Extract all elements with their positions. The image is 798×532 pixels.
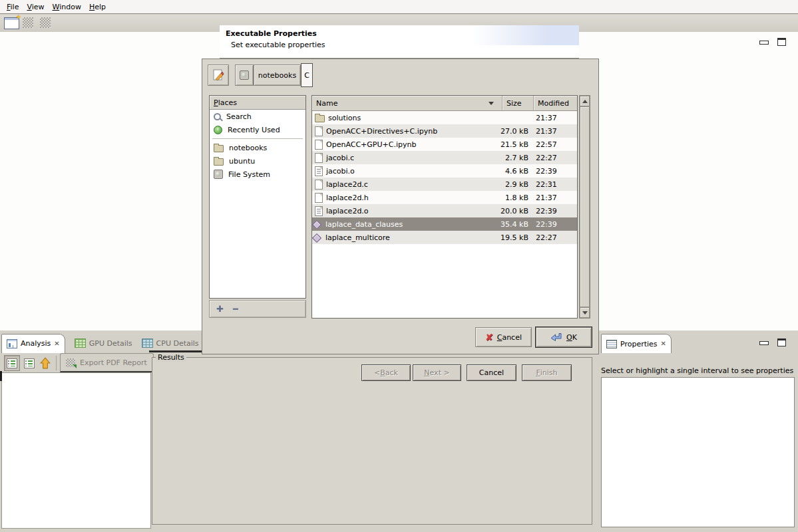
properties-content (601, 377, 795, 527)
places-edit-bar: ✚ ━ (209, 300, 306, 318)
file-icon (315, 153, 323, 163)
file-list-scrollbar[interactable] (579, 95, 590, 319)
type-filename-button[interactable] (208, 65, 229, 86)
wizard-back-button[interactable]: < Back (361, 364, 411, 381)
file-row-OpenACC+Directives+C.ipynb[interactable]: OpenACC+Directives+C.ipynb27.0 kB21:37 (312, 124, 577, 138)
place-search[interactable]: Search (210, 110, 305, 123)
wizard-finish-button[interactable]: Finish (522, 364, 572, 381)
scroll-thumb[interactable] (580, 106, 590, 307)
menu-window[interactable]: Window (49, 0, 85, 14)
file-name: solutions (328, 114, 361, 122)
file-modified: 22:27 (536, 154, 557, 162)
close-icon[interactable]: ✕ (661, 340, 666, 347)
place-file-system[interactable]: File System (210, 168, 305, 181)
search-icon (214, 113, 221, 120)
analysis-list-area[interactable] (1, 372, 151, 529)
path-root-button[interactable] (235, 65, 254, 86)
export-pdf-label: Export PDF Report (80, 358, 147, 367)
panel-edge-artifact (149, 350, 208, 352)
file-icon (315, 126, 323, 136)
file-row-jacobi.o[interactable]: jacobi.o4.6 kB22:39 (312, 164, 577, 178)
remove-place-icon[interactable]: ━ (233, 304, 238, 314)
file-row-laplace_multicore[interactable]: laplace_multicore19.5 kB22:27 (312, 231, 577, 244)
minimize-view-icon[interactable] (759, 41, 769, 45)
file-modified: 21:37 (536, 114, 557, 122)
place-notebooks[interactable]: notebooks (210, 141, 305, 154)
file-name: laplace_data_clauses (325, 220, 403, 229)
pdf-export-icon (66, 358, 75, 367)
export-pdf-panel[interactable]: Export PDF Report (60, 353, 154, 372)
file-size: 19.5 kB (472, 233, 528, 242)
file-size: 2.9 kB (472, 180, 528, 189)
cpu-icon (142, 338, 153, 348)
maximize-view-icon[interactable] (777, 338, 786, 346)
file-name: jacobi.c (326, 154, 354, 162)
pencil-icon (212, 68, 225, 82)
place-label: File System (228, 170, 270, 179)
cancel-label: Cancel (497, 333, 522, 342)
places-header[interactable]: Places (210, 96, 305, 110)
cancel-button[interactable]: ✘ Cancel (475, 327, 532, 347)
places-header-label: Places (214, 98, 237, 107)
gpu-icon (75, 338, 86, 348)
file-name: laplace2d.o (326, 207, 369, 215)
analysis-guided-view-button[interactable] (21, 355, 37, 371)
drive-icon (214, 170, 223, 179)
analysis-up-button[interactable] (37, 355, 53, 371)
column-header-name[interactable]: Name (312, 96, 502, 111)
file-row-laplace_data_clauses[interactable]: laplace_data_clauses35.4 kB22:39 (312, 217, 577, 231)
file-size: 1.8 kB (472, 194, 528, 202)
new-session-icon[interactable] (4, 17, 19, 29)
file-row-jacobi.c[interactable]: jacobi.c2.7 kB22:27 (312, 151, 577, 164)
places-list: SearchRecently UsednotebooksubuntuFile S… (210, 110, 305, 181)
tab-analysis[interactable]: Analysis✕ (1, 334, 65, 353)
menu-help[interactable]: Help (85, 0, 110, 14)
cancel-x-icon: ✘ (485, 332, 493, 342)
file-size: 2.7 kB (472, 154, 528, 162)
minimize-view-icon[interactable] (759, 341, 769, 345)
file-icon (315, 193, 323, 203)
file-modified: 22:39 (536, 207, 557, 215)
place-label: ubuntu (229, 157, 255, 166)
tab-cpu-details[interactable]: CPU Details (142, 338, 199, 348)
tab-gpu-details[interactable]: GPU Details (75, 338, 132, 348)
toolbar-separator (56, 356, 57, 370)
analysis-icon (7, 339, 17, 348)
place-ubuntu[interactable]: ubuntu (210, 154, 305, 168)
wizard-cancel-button[interactable]: Cancel (467, 364, 516, 381)
file-modified: 22:57 (536, 140, 557, 149)
wizard-next-button[interactable]: Next > (413, 364, 461, 381)
file-row-laplace2d.c[interactable]: laplace2d.c2.9 kB22:31 (312, 178, 577, 191)
file-row-solutions[interactable]: solutions21:37 (312, 111, 577, 124)
path-notebooks-button[interactable]: notebooks (254, 65, 301, 86)
file-row-laplace2d.o[interactable]: laplace2d.o20.0 kB22:39 (312, 204, 577, 217)
exec-icon (312, 233, 321, 243)
up-arrow-icon (39, 357, 51, 369)
tab-properties[interactable]: Properties ✕ (601, 334, 672, 353)
scroll-down-icon[interactable] (580, 307, 590, 318)
column-header-modified[interactable]: Modified (534, 96, 577, 111)
scroll-up-icon[interactable] (580, 96, 590, 106)
wizard-button-bar: < BackNext >CancelFinish (361, 364, 572, 381)
results-group (152, 357, 592, 525)
file-row-OpenACC+GPU+C.ipynb[interactable]: OpenACC+GPU+C.ipynb21.5 kB22:57 (312, 138, 577, 151)
folder-icon (214, 145, 224, 152)
analysis-results-view-button[interactable] (4, 355, 20, 371)
menu-file[interactable]: File (3, 0, 23, 14)
profiler-window: FileViewWindowHelp Analysis✕GPU DetailsC… (0, 0, 798, 532)
close-icon[interactable]: ✕ (54, 340, 59, 347)
place-recently-used[interactable]: Recently Used (210, 123, 305, 136)
path-current-folder-button[interactable]: C (301, 63, 313, 87)
menu-bar: FileViewWindowHelp (0, 0, 798, 14)
menu-view[interactable]: View (23, 0, 48, 14)
file-modified: 22:27 (536, 233, 557, 242)
add-place-icon[interactable]: ✚ (216, 304, 224, 314)
column-header-size[interactable]: Size (502, 96, 534, 111)
ok-button[interactable]: OK (536, 327, 592, 347)
file-row-laplace2d.h[interactable]: laplace2d.h1.8 kB21:37 (312, 191, 577, 204)
places-panel: Places SearchRecently Usednotebooksubunt… (209, 95, 306, 299)
properties-icon (606, 340, 617, 348)
properties-message: Select or highlight a single interval to… (601, 366, 793, 375)
file-size: 20.0 kB (472, 207, 528, 215)
maximize-view-icon[interactable] (777, 38, 786, 46)
